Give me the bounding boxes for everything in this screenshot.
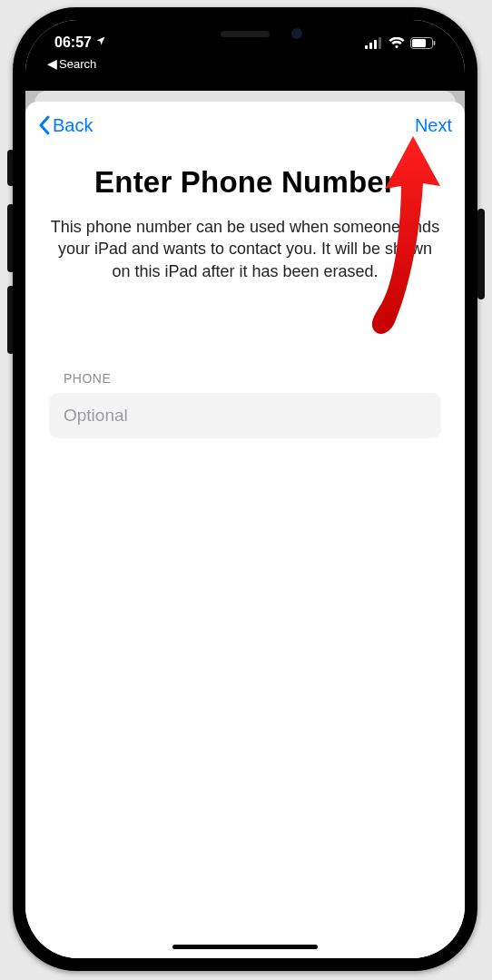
phone-power-button [477, 209, 485, 299]
page-title: Enter Phone Number [44, 165, 447, 200]
battery-icon [410, 37, 436, 49]
notch [143, 20, 348, 53]
phone-input[interactable] [49, 393, 441, 438]
svg-rect-2 [374, 40, 377, 49]
nav-bar: Back Next [25, 102, 465, 149]
back-button[interactable]: Back [38, 115, 93, 136]
next-button-label: Next [415, 115, 452, 135]
status-time: 06:57 [54, 34, 92, 51]
wifi-icon [389, 37, 405, 49]
home-indicator[interactable] [172, 945, 318, 949]
svg-rect-5 [412, 39, 426, 47]
phone-frame: 06:57 [13, 7, 477, 971]
modal-sheet: Back Next Enter Phone Number This phone … [25, 102, 465, 958]
screen: 06:57 [25, 20, 465, 958]
phone-field-label: PHONE [49, 371, 441, 386]
svg-rect-1 [369, 43, 372, 49]
breadcrumb-chevron-icon: ◀︎ [47, 56, 57, 71]
chevron-left-icon [38, 115, 51, 135]
location-icon [95, 35, 106, 49]
cellular-signal-icon [365, 37, 383, 49]
svg-rect-3 [379, 37, 381, 49]
breadcrumb-back-to-app[interactable]: ◀︎ Search [47, 56, 96, 71]
breadcrumb-label: Search [59, 57, 96, 71]
svg-rect-0 [365, 45, 368, 49]
svg-rect-6 [434, 41, 436, 45]
next-button[interactable]: Next [415, 115, 452, 136]
back-button-label: Back [53, 115, 93, 136]
page-subtitle: This phone number can be used when someo… [44, 216, 447, 282]
